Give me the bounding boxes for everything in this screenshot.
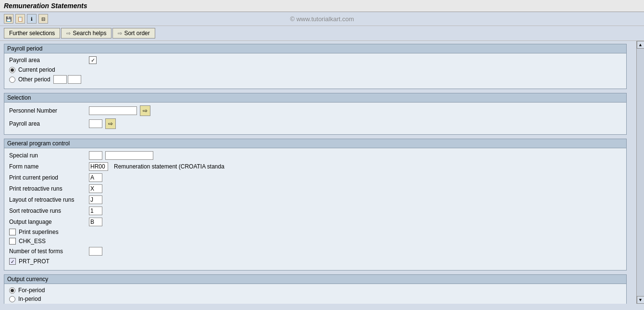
payroll-period-header: Payroll period	[4, 44, 626, 53]
for-period-row: For-period	[9, 287, 621, 294]
tab-search-helps[interactable]: ⇨ Search helps	[61, 28, 111, 39]
general-program-section: General program control Special run Form…	[4, 139, 627, 271]
title-bar: Remuneration Statements	[0, 0, 644, 12]
info-icon[interactable]: ℹ	[27, 14, 37, 24]
personnel-number-input[interactable]	[89, 106, 137, 115]
scroll-up-arrow[interactable]: ▲	[637, 41, 644, 49]
layout-retroactive-runs-row: Layout of retroactive runs	[9, 195, 621, 204]
number-test-forms-label: Number of test forms	[9, 248, 86, 255]
app-title: Remuneration Statements	[4, 2, 87, 10]
for-period-label: For-period	[18, 287, 45, 294]
other-period-radio[interactable]	[9, 77, 15, 83]
tab-further-selections-label: Further selections	[9, 30, 55, 37]
scrollbar[interactable]: ▲ ▼	[636, 41, 644, 304]
watermark: © www.tutorialkart.com	[290, 15, 354, 23]
output-language-row: Output language	[9, 218, 621, 226]
in-period-row: In-period	[9, 296, 621, 302]
layout-retroactive-runs-input[interactable]	[89, 195, 102, 204]
output-currency-header: Output currency	[4, 275, 626, 284]
number-test-forms-input[interactable]	[89, 247, 102, 256]
tab-sort-order[interactable]: ⇨ Sort order	[112, 28, 155, 39]
tab-further-selections[interactable]: Further selections	[4, 28, 60, 39]
special-run-input1[interactable]	[89, 151, 102, 160]
special-run-label: Special run	[9, 152, 86, 159]
special-run-row: Special run	[9, 151, 621, 160]
selection-payroll-area-label: Payroll area	[9, 120, 86, 127]
payroll-area-row: Payroll area ✓	[9, 56, 621, 64]
output-currency-body: For-period In-period	[4, 284, 626, 304]
form-name-description: Remuneration statement (CROATIA standa	[114, 163, 224, 170]
other-period-inputs	[53, 75, 81, 84]
other-period-label: Other period	[18, 76, 50, 83]
print-current-period-label: Print current period	[9, 174, 86, 181]
output-language-label: Output language	[9, 219, 86, 225]
print-superlines-row: Print superlines	[9, 229, 621, 235]
sort-order-arrow: ⇨	[118, 30, 122, 37]
copy-icon[interactable]: 📋	[15, 14, 25, 24]
sort-retroactive-runs-label: Sort retroactive runs	[9, 207, 86, 214]
layout-retroactive-runs-label: Layout of retroactive runs	[9, 196, 86, 203]
print-retroactive-runs-label: Print retroactive runs	[9, 185, 86, 192]
print-retroactive-runs-input[interactable]	[89, 184, 102, 193]
chk-ess-checkbox[interactable]	[9, 238, 16, 245]
output-language-input[interactable]	[89, 218, 102, 226]
print-retroactive-runs-row: Print retroactive runs	[9, 184, 621, 193]
tab-search-helps-label: Search helps	[73, 30, 106, 37]
form-name-input[interactable]	[89, 162, 108, 171]
payroll-period-section: Payroll period Payroll area ✓ Current pe…	[4, 44, 627, 89]
special-run-input2[interactable]	[105, 151, 153, 160]
search-helps-arrow: ⇨	[66, 30, 71, 37]
print-current-period-input[interactable]	[89, 173, 102, 182]
selection-body: Personnel Number ⇨ Payroll area ⇨	[4, 103, 626, 134]
general-program-header: General program control	[4, 139, 626, 148]
other-period-input2[interactable]	[68, 75, 81, 84]
current-period-label: Current period	[18, 66, 55, 73]
selection-payroll-area-arrow-btn[interactable]: ⇨	[105, 118, 116, 129]
personnel-number-arrow-btn[interactable]: ⇨	[140, 105, 150, 116]
selection-payroll-area-row: Payroll area ⇨	[9, 118, 621, 129]
general-program-body: Special run Form name Remuneration state…	[4, 148, 626, 270]
print-superlines-label: Print superlines	[19, 229, 59, 235]
tab-sort-order-label: Sort order	[124, 30, 149, 37]
sort-retroactive-runs-input[interactable]	[89, 207, 102, 215]
save-icon[interactable]: 💾	[4, 14, 13, 24]
chk-ess-row: CHK_ESS	[9, 238, 621, 245]
prt-prot-checkbox[interactable]: ✓	[9, 258, 16, 265]
payroll-area-label: Payroll area	[9, 57, 86, 64]
toolbar: 💾 📋 ℹ ⊟ © www.tutorialkart.com	[0, 12, 644, 26]
tabs-bar: Further selections ⇨ Search helps ⇨ Sort…	[0, 26, 644, 41]
chk-ess-label: CHK_ESS	[19, 238, 46, 245]
current-period-row: Current period	[9, 66, 621, 73]
output-currency-section: Output currency For-period In-period	[4, 274, 627, 304]
for-period-radio[interactable]	[9, 287, 15, 294]
sort-retroactive-runs-row: Sort retroactive runs	[9, 207, 621, 215]
payroll-period-body: Payroll area ✓ Current period Other peri…	[4, 53, 626, 89]
personnel-number-row: Personnel Number ⇨	[9, 105, 621, 116]
number-test-forms-row: Number of test forms	[9, 247, 621, 256]
main-content: Payroll period Payroll area ✓ Current pe…	[0, 41, 636, 304]
form-name-row: Form name Remuneration statement (CROATI…	[9, 162, 621, 171]
other-period-row: Other period	[9, 75, 621, 84]
other-period-input1[interactable]	[53, 75, 67, 84]
personnel-number-label: Personnel Number	[9, 107, 86, 114]
print-current-period-row: Print current period	[9, 173, 621, 182]
selection-payroll-area-input[interactable]	[89, 119, 102, 128]
in-period-radio[interactable]	[9, 296, 15, 302]
payroll-area-checkbox[interactable]: ✓	[89, 56, 97, 64]
selection-section: Selection Personnel Number ⇨ Payroll are…	[4, 93, 627, 135]
selection-header: Selection	[4, 93, 626, 103]
prt-prot-row: ✓ PRT_PROT	[9, 258, 621, 265]
scroll-down-arrow[interactable]: ▼	[637, 296, 644, 304]
nav-icon[interactable]: ⊟	[38, 14, 48, 24]
prt-prot-label: PRT_PROT	[19, 258, 50, 265]
in-period-label: In-period	[18, 296, 41, 302]
form-name-label: Form name	[9, 163, 86, 170]
current-period-radio[interactable]	[9, 67, 15, 73]
print-superlines-checkbox[interactable]	[9, 229, 16, 235]
